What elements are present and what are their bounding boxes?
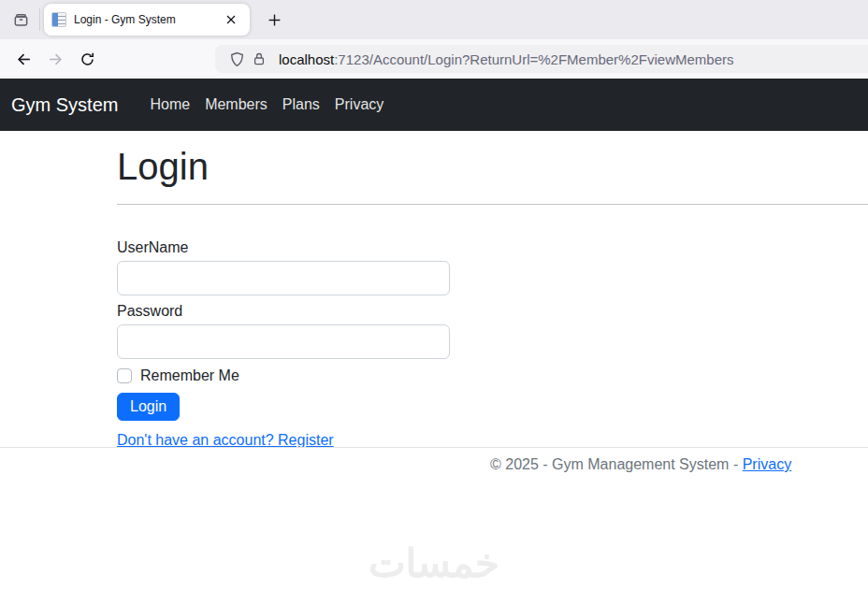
browser-tab-bar: Login - Gym System — [0, 0, 868, 39]
plus-icon — [268, 13, 282, 27]
url-path: :7123/Account/Login?ReturnUrl=%2FMember%… — [334, 51, 733, 67]
password-label: Password — [117, 303, 450, 320]
new-tab-button[interactable] — [259, 5, 289, 35]
browser-toolbar: localhost:7123/Account/Login?ReturnUrl=%… — [0, 39, 868, 79]
main-content: Login UserName Password Remember Me Logi… — [0, 131, 868, 449]
sidebar-tabs-icon — [13, 12, 29, 28]
back-button[interactable] — [7, 43, 39, 75]
remember-me-row: Remember Me — [117, 367, 450, 384]
reload-icon — [80, 51, 95, 67]
tabbar-separator — [39, 8, 40, 31]
nav-link-home[interactable]: Home — [142, 89, 197, 121]
remember-me-label: Remember Me — [140, 367, 239, 384]
shield-icon[interactable] — [225, 48, 248, 70]
username-label: UserName — [117, 239, 450, 256]
back-arrow-icon — [16, 51, 32, 67]
nav-link-members[interactable]: Members — [197, 89, 275, 121]
remember-me-checkbox[interactable] — [117, 368, 132, 383]
copyright-text: © 2025 - Gym Management System - — [490, 456, 738, 472]
tab-close-button[interactable] — [220, 8, 242, 31]
page-title: Login — [117, 131, 868, 189]
tab-title: Login - Gym System — [74, 13, 220, 26]
url-text: localhost:7123/Account/Login?ReturnUrl=%… — [279, 51, 733, 67]
lock-icon[interactable] — [248, 48, 270, 70]
forward-arrow-icon — [48, 51, 64, 67]
close-icon — [225, 14, 237, 25]
forward-button[interactable] — [39, 43, 71, 75]
login-form: UserName Password Remember Me Login Don'… — [117, 239, 450, 449]
browser-tab[interactable]: Login - Gym System — [44, 4, 250, 36]
url-bar[interactable]: localhost:7123/Account/Login?ReturnUrl=%… — [215, 45, 868, 73]
app-navbar: Gym System Home Members Plans Privacy — [0, 79, 868, 131]
navbar-brand[interactable]: Gym System — [11, 94, 118, 116]
khamsat-watermark: خمسات — [369, 540, 499, 586]
password-input[interactable] — [117, 324, 450, 359]
title-divider — [117, 204, 868, 205]
sidebar-tabs-button[interactable] — [6, 5, 36, 35]
username-input[interactable] — [117, 261, 450, 295]
footer-text: © 2025 - Gym Management System - Privacy — [490, 456, 868, 473]
navbar-links: Home Members Plans Privacy — [142, 89, 391, 121]
footer-privacy-link[interactable]: Privacy — [743, 456, 791, 472]
url-host: localhost — [279, 51, 334, 67]
site-favicon-icon — [51, 12, 66, 27]
login-button[interactable]: Login — [117, 393, 180, 421]
nav-link-privacy[interactable]: Privacy — [327, 89, 391, 121]
reload-button[interactable] — [71, 43, 103, 75]
page-footer: © 2025 - Gym Management System - Privacy — [0, 447, 868, 473]
nav-link-plans[interactable]: Plans — [275, 89, 327, 121]
